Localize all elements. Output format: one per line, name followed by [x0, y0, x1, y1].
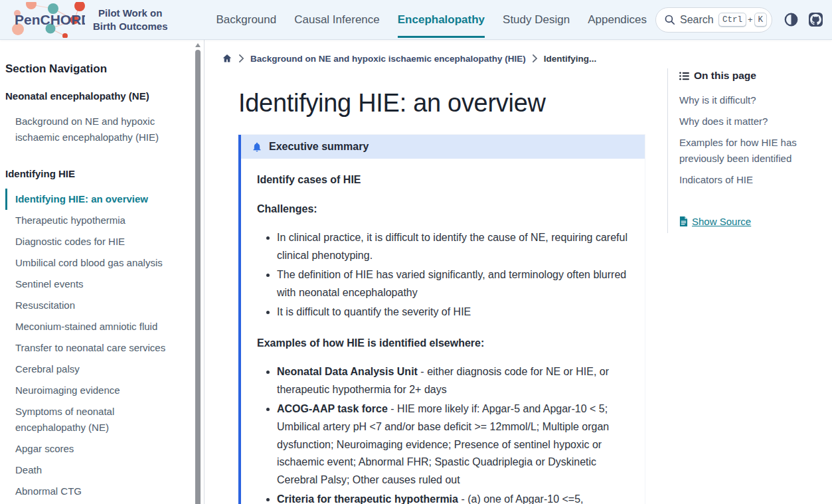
- sidebar-item-abnormal-ctg[interactable]: Abnormal CTG: [5, 481, 187, 502]
- nav-item: Identifying HIE: an overview: [5, 189, 187, 210]
- nav-group-neonatal-encephalopathy: Neonatal encephalopathy (NE): [5, 90, 187, 102]
- sidebar-item-resuscitation[interactable]: Resuscitation: [5, 295, 187, 316]
- list-item: The definition of HIE has varied signifi…: [277, 266, 629, 301]
- executive-summary-admonition: Executive summary Identify cases of HIE …: [238, 135, 645, 504]
- breadcrumb-current-page: Identifying...: [544, 54, 597, 64]
- penchord-logo-graphic: PenCHORD: [11, 2, 85, 38]
- scrollbar-thumb[interactable]: [195, 50, 201, 504]
- tab-causal-inference[interactable]: Causal Inference: [294, 2, 380, 38]
- sidebar-item-sentinel-events[interactable]: Sentinel events: [5, 274, 187, 295]
- admonition-title: Executive summary: [269, 141, 369, 153]
- nav-item: Abnormal CTG: [5, 481, 187, 502]
- list-item: In clinical practice, it is difficult to…: [277, 229, 629, 264]
- nav-item: Diagnostic codes for HIE: [5, 231, 187, 252]
- toc-item: Why does it matter?: [679, 111, 821, 132]
- nav-item: Cerebral palsy: [5, 359, 187, 380]
- theme-toggle-button[interactable]: [784, 13, 798, 27]
- toc-link-examples-identified[interactable]: Examples for how HIE has previously been…: [679, 132, 821, 169]
- page-toc-sidebar: On this page Why is it difficult? Why do…: [667, 40, 832, 504]
- nav-item: Neuroimaging evidence: [5, 380, 187, 401]
- section-navigation-title: Section Navigation: [5, 62, 187, 76]
- top-navigation: Background Causal Inference Encephalopat…: [176, 2, 647, 38]
- kbd-ctrl: Ctrl: [718, 13, 746, 27]
- challenges-list: In clinical practice, it is difficult to…: [257, 229, 629, 321]
- tab-study-design[interactable]: Study Design: [503, 2, 570, 38]
- article: Identifying HIE: an overview Executive s…: [238, 89, 645, 504]
- toc-link-why-matter[interactable]: Why does it matter?: [679, 111, 821, 132]
- sidebar-item-umbilical-cord-blood-gas[interactable]: Umbilical cord blood gas analysis: [5, 252, 187, 274]
- show-source-link[interactable]: Show Source: [679, 216, 751, 227]
- toc-list: Why is it difficult? Why does it matter?…: [679, 90, 821, 191]
- toc-link-indicators-of-hie[interactable]: Indicators of HIE: [679, 169, 821, 191]
- page-title: Identifying HIE: an overview: [238, 89, 645, 118]
- github-button[interactable]: [809, 13, 823, 27]
- list-item: Criteria for therapeutic hypothermia - (…: [277, 491, 629, 504]
- nav-item: Therapeutic hypothermia: [5, 210, 187, 231]
- kbd-k: K: [754, 13, 768, 27]
- sidebar-item-death[interactable]: Death: [5, 460, 187, 481]
- sidebar-item-diagnostic-codes[interactable]: Diagnostic codes for HIE: [5, 231, 187, 252]
- sidebar-item-meconium-stained[interactable]: Meconium-stained amniotic fluid: [5, 316, 187, 337]
- admonition-header: Executive summary: [241, 135, 645, 159]
- document-icon: [679, 216, 688, 226]
- nav-item: Meconium-stained amniotic fluid: [5, 316, 187, 337]
- nav-item: Background on NE and hypoxic ischaemic e…: [5, 111, 187, 148]
- nav-item: Apgar scores: [5, 438, 187, 460]
- kbd-joiner: +: [748, 15, 753, 25]
- examples-list: Neonatal Data Analysis Unit - either dia…: [257, 363, 629, 504]
- site-header: PenCHORD Pilot Work on Birth Outcomes Ba…: [0, 0, 832, 40]
- search-icon: [664, 14, 675, 25]
- section-navigation-sidebar: Section Navigation Neonatal encephalopat…: [0, 40, 205, 504]
- chevron-right-icon: [532, 54, 538, 62]
- nav-item: Resuscitation: [5, 295, 187, 316]
- sidebar-item-neuroimaging-evidence[interactable]: Neuroimaging evidence: [5, 380, 187, 401]
- nav-item: Symptoms of neonatal encephalopathy (NE): [5, 401, 187, 438]
- tab-appendices[interactable]: Appendices: [588, 2, 647, 38]
- sidebar-item-therapeutic-hypothermia[interactable]: Therapeutic hypothermia: [5, 210, 187, 231]
- nav-item: Death: [5, 460, 187, 481]
- half-circle-theme-icon: [784, 13, 798, 27]
- tab-background[interactable]: Background: [216, 2, 276, 38]
- search-box[interactable]: Ctrl + K: [655, 7, 772, 33]
- nav-item: Umbilical cord blood gas analysis: [5, 252, 187, 274]
- sidebar-scrollbar[interactable]: [195, 40, 201, 504]
- toc-item: Examples for how HIE has previously been…: [679, 132, 821, 169]
- bell-icon: [252, 141, 262, 153]
- examples-heading: Examples of how HIE is identified elsewh…: [257, 335, 629, 353]
- challenges-heading: Challenges:: [257, 201, 629, 218]
- github-icon: [809, 13, 823, 27]
- header-icons: [784, 13, 823, 27]
- chevron-right-icon: [238, 54, 244, 62]
- nav-item: Sentinel events: [5, 274, 187, 295]
- main-content: Background on NE and hypoxic ischaemic e…: [205, 40, 667, 504]
- admonition-body: Identify cases of HIE Challenges: In cli…: [241, 159, 645, 504]
- scrollbar-up-arrow-icon[interactable]: [195, 42, 201, 48]
- home-icon[interactable]: [222, 53, 232, 64]
- sidebar-item-apgar-scores[interactable]: Apgar scores: [5, 438, 187, 460]
- on-this-page-heading: On this page: [679, 70, 821, 82]
- sidebar-item-cerebral-palsy[interactable]: Cerebral palsy: [5, 359, 187, 380]
- search-input[interactable]: [680, 14, 718, 26]
- site-title: Pilot Work on Birth Outcomes: [93, 7, 168, 33]
- nav-item: Transfer to neonatal care services: [5, 337, 187, 359]
- site-logo[interactable]: PenCHORD: [11, 2, 85, 38]
- breadcrumb-link-background-on-ne[interactable]: Background on NE and hypoxic ischaemic e…: [250, 54, 526, 64]
- nav-group-identifying-hie: Identifying HIE: [5, 168, 187, 179]
- toc-link-why-difficult[interactable]: Why is it difficult?: [679, 90, 821, 111]
- breadcrumb: Background on NE and hypoxic ischaemic e…: [222, 53, 667, 64]
- toc-item: Why is it difficult?: [679, 90, 821, 111]
- logo-text: PenCHORD: [15, 12, 85, 27]
- sidebar-item-symptoms-ne[interactable]: Symptoms of neonatal encephalopathy (NE): [5, 401, 187, 438]
- list-item: Neonatal Data Analysis Unit - either dia…: [277, 363, 629, 398]
- summary-lead: Identify cases of HIE: [257, 171, 629, 189]
- sidebar-item-identifying-hie-overview[interactable]: Identifying HIE: an overview: [5, 189, 187, 210]
- sidebar-item-background-on-ne[interactable]: Background on NE and hypoxic ischaemic e…: [5, 111, 187, 148]
- list-item: It is difficult to quantify the severity…: [277, 303, 629, 321]
- tab-encephalopathy[interactable]: Encephalopathy: [398, 2, 485, 38]
- list-icon: [679, 72, 689, 80]
- list-item: ACOG-AAP task force - HIE more likely if…: [277, 400, 629, 489]
- toc-item: Indicators of HIE: [679, 169, 821, 191]
- sidebar-item-transfer-neonatal-care[interactable]: Transfer to neonatal care services: [5, 337, 187, 359]
